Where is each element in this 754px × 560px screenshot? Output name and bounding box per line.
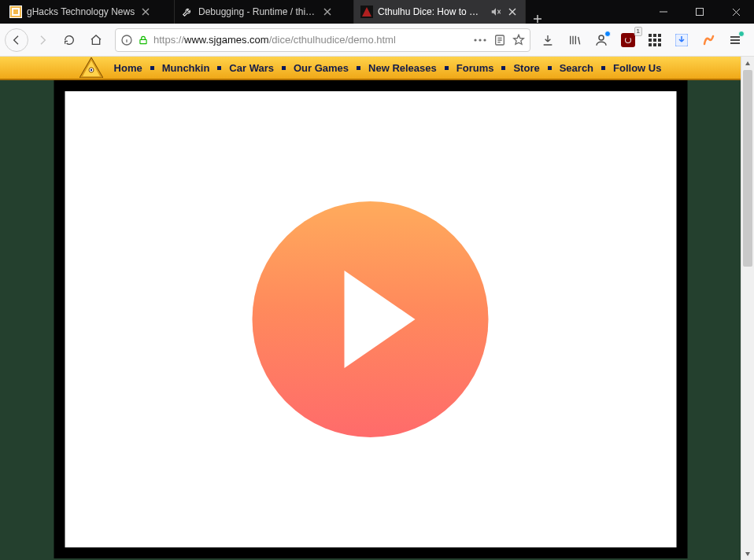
address-bar[interactable]: https://www.sjgames.com/dice/cthulhudice… xyxy=(115,28,530,52)
site-top-nav: Home Munchkin Car Wars Our Games New Rel… xyxy=(0,57,741,80)
browser-toolbar: https://www.sjgames.com/dice/cthulhudice… xyxy=(0,24,754,57)
svg-rect-18 xyxy=(653,39,656,42)
tab-close-icon[interactable] xyxy=(139,6,152,18)
video-player[interactable] xyxy=(65,91,676,547)
downloads-icon[interactable] xyxy=(537,29,559,51)
update-dot xyxy=(738,31,745,37)
window-maximize-button[interactable] xyxy=(682,0,718,24)
nav-link-home[interactable]: Home xyxy=(114,62,142,74)
extension-icon-1[interactable] xyxy=(671,29,693,51)
svg-rect-21 xyxy=(653,43,656,46)
video-frame xyxy=(54,80,687,558)
tab-strip: gHacks Technology News Debugging - Runti… xyxy=(0,0,549,24)
mute-icon[interactable] xyxy=(490,6,502,18)
nav-link-our-games[interactable]: Our Games xyxy=(294,62,349,74)
nav-link-follow-us[interactable]: Follow Us xyxy=(613,62,661,74)
svg-rect-22 xyxy=(658,43,661,46)
reload-button[interactable] xyxy=(57,28,82,53)
vertical-scrollbar[interactable] xyxy=(741,57,754,560)
svg-rect-17 xyxy=(649,39,652,42)
extension-icon-2[interactable] xyxy=(697,29,719,51)
tab-ghacks[interactable]: gHacks Technology News xyxy=(3,0,175,24)
site-logo-icon[interactable] xyxy=(79,57,103,78)
scroll-down-button[interactable] xyxy=(741,547,754,560)
nav-link-munchkin[interactable]: Munchkin xyxy=(162,62,210,74)
info-icon xyxy=(120,34,133,46)
browser-viewport: Home Munchkin Car Wars Our Games New Rel… xyxy=(0,57,754,560)
scroll-up-button[interactable] xyxy=(741,57,754,70)
svg-point-27 xyxy=(90,69,91,71)
svg-point-13 xyxy=(599,35,604,40)
play-button[interactable] xyxy=(253,201,489,437)
ublock-badge: 1 xyxy=(634,27,642,36)
url-text[interactable]: https://www.sjgames.com/dice/cthulhudice… xyxy=(153,34,468,46)
page-actions-icon[interactable] xyxy=(473,38,487,42)
nav-link-forums[interactable]: Forums xyxy=(456,62,494,74)
window-close-button[interactable] xyxy=(718,0,754,24)
favicon-sjgames xyxy=(360,6,373,18)
back-button[interactable] xyxy=(5,28,28,52)
tab-debugging[interactable]: Debugging - Runtime / this-fir xyxy=(175,0,354,24)
notification-dot xyxy=(604,31,611,37)
page-content[interactable]: Home Munchkin Car Wars Our Games New Rel… xyxy=(0,57,741,560)
library-icon[interactable] xyxy=(564,29,586,51)
tab-close-icon[interactable] xyxy=(506,6,519,18)
wrench-icon xyxy=(181,6,194,18)
svg-rect-20 xyxy=(649,43,652,46)
account-icon[interactable] xyxy=(590,29,612,51)
play-icon xyxy=(345,271,416,368)
new-tab-button[interactable] xyxy=(526,14,549,24)
reader-mode-icon[interactable] xyxy=(493,34,506,46)
favicon-ghacks xyxy=(9,6,22,18)
nav-link-new-releases[interactable]: New Releases xyxy=(368,62,437,74)
tab-title: gHacks Technology News xyxy=(27,6,135,17)
menu-icon[interactable] xyxy=(724,29,746,51)
url-path: /dice/cthulhudice/demo.html xyxy=(269,34,396,46)
tab-title: Debugging - Runtime / this-fir xyxy=(198,6,316,17)
url-host: www.sjgames.com xyxy=(184,34,269,46)
tab-close-icon[interactable] xyxy=(321,6,334,18)
bookmark-star-icon[interactable] xyxy=(512,34,525,46)
nav-link-search[interactable]: Search xyxy=(560,62,593,74)
forward-button xyxy=(30,28,55,53)
scroll-thumb[interactable] xyxy=(743,70,752,267)
url-actions xyxy=(473,34,525,46)
tab-cthulhu-dice[interactable]: Cthulhu Dice: How to Play xyxy=(354,0,526,24)
svg-point-10 xyxy=(479,39,481,41)
svg-rect-8 xyxy=(140,39,146,43)
svg-rect-16 xyxy=(658,34,661,37)
nav-link-car-wars[interactable]: Car Wars xyxy=(229,62,274,74)
svg-marker-28 xyxy=(745,61,750,65)
site-identity[interactable] xyxy=(120,34,149,46)
titlebar-drag-area[interactable] xyxy=(549,0,645,24)
toolbar-extensions: 1 xyxy=(537,29,749,51)
svg-point-9 xyxy=(474,39,476,41)
svg-rect-19 xyxy=(658,39,661,42)
nav-link-store[interactable]: Store xyxy=(513,62,539,74)
content-column xyxy=(54,80,687,558)
window-controls xyxy=(645,0,754,24)
window-titlebar: gHacks Technology News Debugging - Runti… xyxy=(0,0,754,24)
ublock-icon[interactable]: 1 xyxy=(617,29,639,51)
svg-rect-15 xyxy=(653,34,656,37)
svg-marker-29 xyxy=(745,552,750,556)
svg-rect-3 xyxy=(13,9,18,14)
svg-rect-6 xyxy=(697,9,704,16)
svg-rect-14 xyxy=(649,34,652,37)
url-scheme: https:// xyxy=(153,34,184,46)
tab-title: Cthulhu Dice: How to Play xyxy=(378,6,485,17)
lock-icon xyxy=(138,35,149,46)
window-minimize-button[interactable] xyxy=(645,0,682,24)
apps-grid-icon[interactable] xyxy=(644,29,666,51)
home-button[interactable] xyxy=(83,28,109,53)
svg-point-11 xyxy=(483,39,486,41)
